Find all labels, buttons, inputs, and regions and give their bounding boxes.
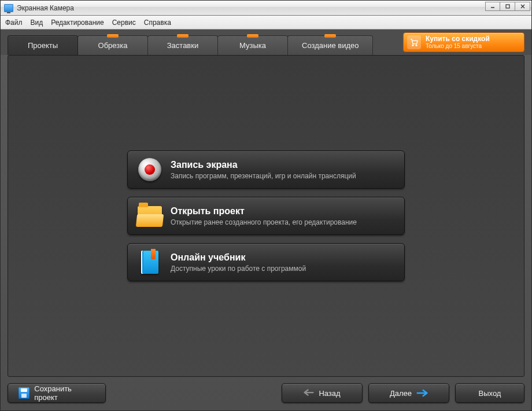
arrow-left-icon [304, 388, 314, 398]
button-label: Выход [479, 389, 501, 398]
tab-accent-icon [324, 34, 336, 38]
tab-accent-icon [247, 34, 258, 38]
svg-point-5 [416, 45, 417, 46]
tab-accent-icon [177, 34, 189, 38]
menu-view[interactable]: Вид [31, 19, 43, 27]
maximize-button[interactable] [500, 2, 515, 11]
tab-label: Проекты [28, 41, 58, 50]
save-project-button[interactable]: Сохранить проект [8, 383, 106, 403]
card-title: Онлайн учебник [171, 252, 306, 263]
buy-text: Купить со скидкой Только до 15 августа [426, 35, 490, 50]
menu-file[interactable]: Файл [5, 19, 23, 27]
app-window: Экранная Камера Файл Вид Редактирование … [0, 0, 532, 411]
arrow-right-icon [416, 389, 428, 397]
menu-service[interactable]: Сервис [112, 19, 136, 27]
tabbar: Проекты Обрезка Заставки Музыка Создание… [1, 30, 531, 55]
button-label: Назад [319, 389, 340, 398]
menu-help[interactable]: Справка [144, 19, 171, 27]
folder-icon [137, 203, 162, 229]
menubar: Файл Вид Редактирование Сервис Справка [1, 16, 531, 30]
card-title: Запись экрана [171, 160, 356, 170]
card-open-project[interactable]: Открыть проект Открытие ранее созданного… [127, 197, 405, 235]
back-button[interactable]: Назад [282, 383, 363, 403]
button-label: Сохранить проект [34, 384, 95, 402]
tab-label: Создание видео [302, 41, 359, 50]
record-icon [137, 157, 162, 182]
card-subtitle: Запись программ, презентаций, игр и онла… [171, 172, 356, 180]
tab-intros[interactable]: Заставки [147, 35, 218, 55]
tab-label: Обрезка [98, 41, 128, 50]
tab-trim[interactable]: Обрезка [77, 35, 148, 55]
close-button[interactable] [515, 2, 530, 11]
card-record-screen[interactable]: Запись экрана Запись программ, презентац… [127, 151, 405, 189]
app-icon [4, 4, 13, 12]
card-subtitle: Доступные уроки по работе с программой [171, 265, 306, 273]
card-subtitle: Открытие ранее созданного проекта, его р… [171, 218, 357, 226]
tab-projects[interactable]: Проекты [8, 35, 78, 55]
card-title: Открыть проект [171, 206, 357, 216]
tab-accent-icon [107, 34, 119, 38]
window-title: Экранная Камера [17, 4, 74, 12]
buy-subtitle: Только до 15 августа [426, 42, 490, 50]
tab-label: Музыка [239, 41, 266, 50]
card-texts: Запись экрана Запись программ, презентац… [171, 160, 356, 180]
card-texts: Открыть проект Открытие ранее созданного… [171, 206, 357, 226]
save-icon [19, 387, 29, 399]
content-area: Запись экрана Запись программ, презентац… [8, 55, 524, 377]
titlebar[interactable]: Экранная Камера [1, 1, 531, 16]
button-label: Далее [390, 389, 412, 398]
card-list: Запись экрана Запись программ, презентац… [127, 151, 405, 281]
tab-label: Заставки [167, 41, 198, 50]
card-texts: Онлайн учебник Доступные уроки по работе… [171, 252, 306, 273]
card-online-tutorial[interactable]: Онлайн учебник Доступные уроки по работе… [127, 243, 405, 281]
svg-point-4 [412, 45, 413, 46]
buy-title: Купить со скидкой [426, 35, 490, 42]
book-icon [137, 249, 162, 275]
tab-create-video[interactable]: Создание видео [287, 35, 373, 55]
window-controls [485, 2, 530, 11]
footer: Сохранить проект Назад Далее Выход [1, 381, 531, 410]
buy-banner[interactable]: Купить со скидкой Только до 15 августа [403, 32, 524, 52]
svg-rect-1 [506, 5, 509, 8]
minimize-button[interactable] [485, 2, 500, 11]
tab-music[interactable]: Музыка [217, 35, 288, 55]
menu-edit[interactable]: Редактирование [51, 19, 104, 27]
exit-button[interactable]: Выход [455, 383, 524, 403]
next-button[interactable]: Далее [368, 383, 449, 403]
cart-icon [407, 35, 421, 49]
